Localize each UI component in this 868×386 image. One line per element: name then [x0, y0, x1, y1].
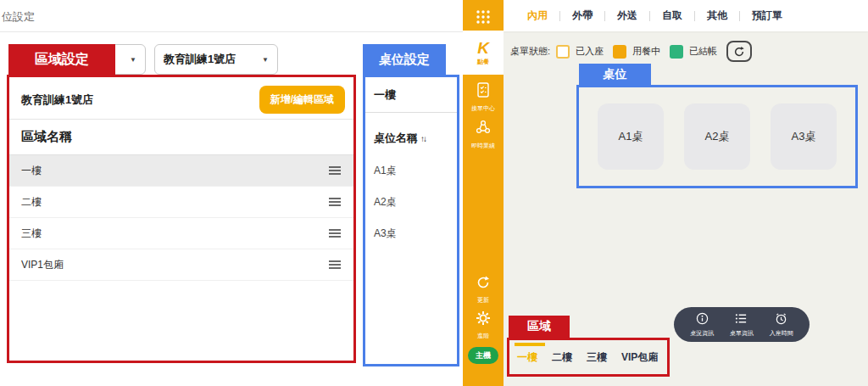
- table-card-label: A2桌: [705, 129, 730, 144]
- brand-logo-icon: K: [477, 40, 489, 56]
- area-list-header: 區域名稱: [9, 120, 353, 155]
- status-dining-swatch: [613, 45, 626, 59]
- zone-tab-vip[interactable]: VIP包廂: [621, 350, 658, 365]
- zone-tabbar: 一樓 二樓 三樓 VIP包廂: [507, 338, 670, 377]
- table-row-a1[interactable]: A1桌: [365, 155, 457, 187]
- table-card-a1[interactable]: A1桌: [598, 103, 664, 170]
- status-paid-swatch: [670, 45, 683, 59]
- sidebar-item-advanced[interactable]: 進階: [463, 310, 504, 340]
- info-button-label: 入座時間: [770, 329, 793, 338]
- table-status-legend: 桌單狀態: 已入座 用餐中 已結帳: [510, 41, 752, 62]
- table-card-label: A1桌: [619, 129, 643, 144]
- app-sidebar: K 點餐 接單中心 即時業績 更新 進階 主機: [463, 0, 504, 386]
- network-icon: [475, 119, 492, 139]
- chevron-down-icon: ▼: [262, 56, 269, 64]
- add-edit-area-button[interactable]: 新增/編輯區域: [259, 86, 345, 114]
- area-row-vip[interactable]: VIP1包廂: [9, 249, 353, 281]
- drag-handle-icon[interactable]: [328, 260, 342, 271]
- seating-time-button[interactable]: 入座時間: [770, 312, 793, 338]
- drag-handle-icon[interactable]: [328, 165, 342, 176]
- table-settings-label: 桌位設定: [363, 44, 446, 75]
- gear-icon: [476, 310, 491, 329]
- table-list-header[interactable]: 桌位名稱 ↑↓: [365, 121, 457, 155]
- tab-takeout[interactable]: 外帶: [572, 8, 593, 23]
- area-row-label: 一樓: [21, 164, 42, 178]
- tab-dine-in[interactable]: 內用: [527, 8, 548, 23]
- sidebar-item-label: 更新: [477, 296, 489, 305]
- status-seated-label: 已入座: [576, 45, 604, 58]
- refresh-icon: [476, 275, 491, 294]
- tab-reservation[interactable]: 預訂單: [752, 8, 782, 23]
- area-row-1f[interactable]: 一樓: [9, 155, 353, 187]
- table-row-label: A1桌: [374, 164, 397, 178]
- pos-table-settings-screen: 位設定 ▼ 教育訓練1號店 ▼ 區域設定 教育訓練1號店 新增/編輯區域 區域名…: [0, 0, 868, 386]
- sidebar-item-label: 進階: [477, 332, 489, 340]
- drag-handle-icon[interactable]: [328, 228, 342, 239]
- status-paid-label: 已結帳: [689, 45, 717, 58]
- table-row-a3[interactable]: A3桌: [365, 218, 457, 249]
- area-list-box: 教育訓練1號店 新增/編輯區域 區域名稱 一樓 二樓 三樓: [7, 75, 356, 363]
- tab-divider: [649, 11, 650, 21]
- branch-dropdown[interactable]: 教育訓練1號店 ▼: [154, 44, 278, 75]
- area-row-2f[interactable]: 二樓: [9, 187, 353, 218]
- floor-view-panel: 內用 外帶 外送 自取 其他 預訂單 桌單狀態: 已入座 用餐中 已結帳 桌位: [504, 0, 868, 386]
- sidebar-item-realtime-sales[interactable]: 即時業績: [463, 119, 504, 150]
- drag-handle-icon[interactable]: [328, 197, 342, 208]
- list-icon: [735, 312, 748, 327]
- status-dining-label: 用餐中: [632, 45, 660, 58]
- active-zone-indicator: [515, 343, 545, 346]
- legend-caption: 桌單狀態:: [510, 45, 550, 58]
- tab-divider: [694, 11, 695, 21]
- tab-divider: [559, 11, 560, 21]
- zone-tab-3f[interactable]: 三樓: [587, 350, 607, 365]
- tables-section-label: 桌位: [579, 64, 651, 86]
- sidebar-item-order-center[interactable]: 接單中心: [463, 81, 504, 113]
- order-list-icon: [476, 81, 491, 102]
- tab-pickup[interactable]: 自取: [662, 8, 682, 23]
- sidebar-item-label: 點餐: [477, 58, 489, 66]
- info-button-label: 桌況資訊: [690, 329, 714, 338]
- zone-tab-1f[interactable]: 一樓: [517, 350, 537, 365]
- table-card-a2[interactable]: A2桌: [684, 103, 750, 170]
- sidebar-item-label: 即時業績: [471, 142, 495, 150]
- area-settings-label: 區域設定: [8, 44, 115, 75]
- area-row-label: 二樓: [21, 195, 42, 210]
- table-order-info-button[interactable]: 桌單資訊: [730, 312, 754, 338]
- tab-delivery[interactable]: 外送: [617, 8, 637, 23]
- order-type-tabbar: 內用 外帶 外送 自取 其他 預訂單: [504, 0, 868, 31]
- table-list-header-label: 桌位名稱: [374, 131, 418, 146]
- apps-grid-icon[interactable]: [463, 5, 504, 29]
- branch-dropdown-value: 教育訓練1號店: [164, 52, 236, 67]
- tab-divider: [739, 11, 740, 21]
- table-status-info-button[interactable]: 桌況資訊: [690, 312, 714, 338]
- host-badge: 主機: [468, 347, 498, 364]
- tab-divider: [604, 11, 605, 21]
- table-row-label: A2桌: [374, 195, 397, 210]
- refresh-button[interactable]: [726, 41, 752, 62]
- area-row-label: VIP1包廂: [21, 258, 64, 272]
- tables-floor-box: A1桌 A2桌 A3桌: [576, 85, 858, 188]
- area-row-3f[interactable]: 三樓: [9, 218, 353, 249]
- sidebar-item-ordering[interactable]: K 點餐: [463, 31, 504, 75]
- alarm-clock-icon: [775, 312, 787, 327]
- table-card-label: A3桌: [792, 129, 816, 144]
- sidebar-item-label: 接單中心: [471, 104, 495, 113]
- tab-other[interactable]: 其他: [707, 8, 727, 23]
- chevron-down-icon: ▼: [130, 56, 136, 64]
- info-icon: [696, 312, 709, 327]
- sort-icon[interactable]: ↑↓: [420, 134, 426, 143]
- table-list-box: 一樓 桌位名稱 ↑↓ A1桌 A2桌 A3桌: [363, 75, 459, 366]
- area-row-label: 三樓: [21, 227, 42, 241]
- zone-section-label: 區域: [509, 316, 570, 338]
- store-row: 教育訓練1號店 新增/編輯區域: [9, 77, 353, 120]
- page-title: 位設定: [2, 9, 35, 25]
- store-name: 教育訓練1號店: [21, 92, 93, 108]
- table-row-label: A3桌: [374, 227, 397, 241]
- table-card-a3[interactable]: A3桌: [771, 103, 837, 170]
- zone-tab-2f[interactable]: 二樓: [552, 350, 572, 365]
- table-row-a2[interactable]: A2桌: [365, 187, 457, 218]
- sidebar-item-update[interactable]: 更新: [463, 275, 504, 305]
- status-seated-swatch: [556, 45, 570, 59]
- table-panel-area-name: 一樓: [365, 77, 457, 113]
- page-title-bar: 位設定: [0, 0, 463, 32]
